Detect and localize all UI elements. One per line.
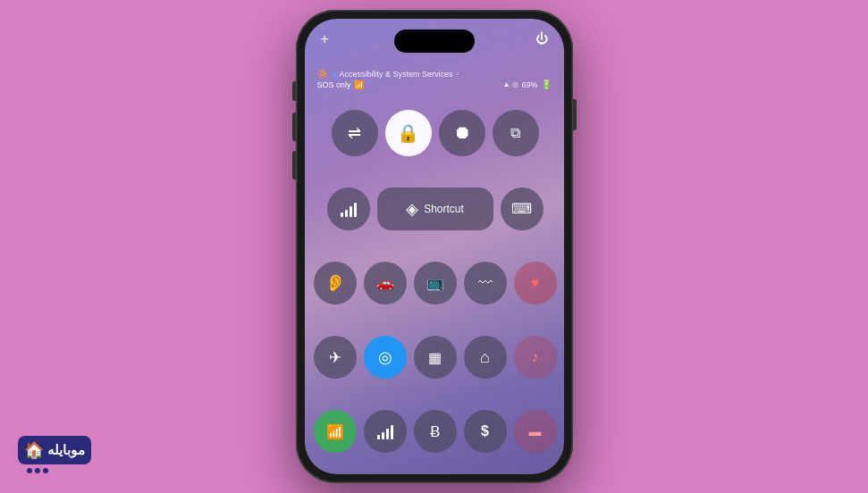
phone-mockup: + ⏻ 🔆 ◂ Accessibility & System Services …: [296, 10, 573, 483]
signal-bars2-icon: [377, 423, 393, 439]
wallet-icon: $: [481, 423, 489, 439]
row-4: ✈ ◎ ▦ ⌂ ♪: [314, 324, 557, 391]
card-icon: ▬: [529, 424, 542, 439]
airdrop-button[interactable]: ◎: [364, 336, 407, 379]
logo-box: 🏠 موبایله: [18, 436, 91, 464]
phone-screen: + ⏻ 🔆 ◂ Accessibility & System Services …: [305, 19, 564, 474]
calculator-button[interactable]: ▦: [414, 336, 457, 379]
hearing-button[interactable]: 👂: [314, 262, 357, 305]
row-5: 📶 Ƀ $: [314, 398, 557, 465]
keyboard-button[interactable]: ⌨: [501, 188, 544, 230]
calculator-icon: ▦: [428, 349, 442, 366]
logo-dot-2: [35, 468, 40, 473]
control-center-grid: ⇌ 🔒 ⏺ ⧉: [314, 97, 555, 465]
signal-row: SOS only 📶 ▲ ◎ 69% 🔋: [305, 79, 564, 89]
signal-strength-button[interactable]: [327, 188, 370, 230]
airdrop-icon: ◎: [378, 347, 392, 367]
card-button[interactable]: ▬: [514, 410, 557, 453]
mute-button: [292, 81, 296, 101]
add-button[interactable]: +: [321, 31, 329, 47]
screen-record-button[interactable]: ⏺: [439, 110, 485, 156]
volume-up-button: [292, 113, 296, 141]
battery-icon: 🔋: [541, 79, 552, 89]
shortcut-label: Shortcut: [424, 203, 464, 215]
row-3: 👂 🚗 📺 〰 ♥: [314, 249, 557, 316]
remote-button[interactable]: 📺: [414, 262, 457, 305]
location-icon: ◂: [332, 70, 336, 79]
orientation-lock-button[interactable]: ⇌: [332, 110, 378, 156]
bluetooth-icon: Ƀ: [430, 422, 441, 441]
screen-lock-button[interactable]: 🔒: [385, 110, 432, 156]
driver-focus-button[interactable]: 🚗: [364, 262, 407, 305]
shortcut-button[interactable]: ◈ Shortcut: [377, 188, 493, 230]
orientation-lock-icon: ⇌: [348, 123, 361, 143]
row-2: ◈ Shortcut ⌨: [314, 175, 557, 242]
volume-down-button: [292, 151, 296, 180]
power-icon[interactable]: ⏻: [535, 31, 548, 47]
home-icon: ⌂: [480, 348, 490, 367]
logo-watermark: 🏠 موبایله: [18, 436, 91, 473]
music-button[interactable]: ♪: [514, 336, 557, 379]
home-button[interactable]: ⌂: [464, 336, 507, 379]
location-arrow-icon: ▲: [503, 80, 510, 88]
power-button: [573, 99, 577, 130]
wifi-icon: 📶: [354, 80, 364, 89]
wallet-button[interactable]: $: [464, 410, 507, 453]
soundwave-icon: 〰: [478, 275, 493, 291]
sos-text: SOS only: [317, 80, 351, 89]
heart-icon: ♥: [531, 275, 540, 291]
location2-icon: ◎: [512, 80, 518, 88]
remote-icon: 📺: [426, 274, 444, 291]
wifi-cc-icon: 📶: [326, 423, 344, 440]
logo-dot-3: [43, 468, 48, 473]
wifi-button[interactable]: 📶: [314, 410, 357, 453]
screen-mirror-button[interactable]: ⧉: [493, 110, 539, 156]
screen-record-icon: ⏺: [453, 122, 471, 143]
hearing-icon: 👂: [325, 273, 345, 293]
accessibility-text: Accessibility & System Services: [340, 70, 453, 79]
logo-text: موبایله: [47, 442, 85, 458]
dynamic-island: [394, 29, 475, 53]
screen-mirror-icon: ⧉: [510, 125, 520, 141]
shortcut-icon: ◈: [406, 199, 418, 219]
airplane-icon: ✈: [329, 348, 341, 367]
logo-icon: 🏠: [24, 440, 44, 460]
header-arrow-icon: ›: [457, 70, 459, 78]
driver-focus-icon: 🚗: [376, 274, 394, 291]
airplane-mode-button[interactable]: ✈: [314, 336, 357, 379]
row-1: ⇌ 🔒 ⏺ ⧉: [314, 97, 557, 168]
heart-rate-button[interactable]: ♥: [514, 262, 557, 305]
signal-bars-icon: [341, 201, 357, 217]
screen-lock-icon: 🔒: [397, 122, 419, 144]
keyboard-icon: ⌨: [511, 200, 532, 217]
signal-bars-button[interactable]: [364, 410, 407, 453]
soundwave-button[interactable]: 〰: [464, 262, 507, 305]
bluetooth-button[interactable]: Ƀ: [414, 410, 457, 453]
logo-dot-1: [27, 468, 32, 473]
phone-body: + ⏻ 🔆 ◂ Accessibility & System Services …: [296, 10, 573, 483]
battery-percent: 69%: [521, 80, 537, 89]
music-icon: ♪: [532, 349, 539, 365]
brightness-icon: 🔆: [317, 69, 328, 79]
